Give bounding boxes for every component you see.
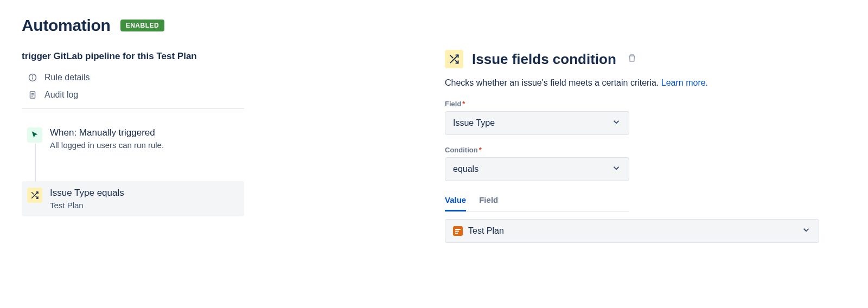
step-trigger-sub: All logged in users can run rule. bbox=[50, 140, 164, 150]
nav-audit-log-label: Audit log bbox=[44, 90, 78, 100]
condition-label: Condition* bbox=[445, 146, 846, 154]
condition-select[interactable]: equals bbox=[445, 157, 629, 181]
value-select[interactable]: Test Plan bbox=[445, 219, 819, 243]
value-tabs: Value Field bbox=[445, 192, 629, 211]
page-title: Automation bbox=[22, 16, 111, 35]
nav-rule-details[interactable]: Rule details bbox=[28, 73, 244, 82]
svg-rect-5 bbox=[455, 233, 458, 234]
panel-title: Issue fields condition bbox=[472, 51, 616, 68]
chevron-down-icon bbox=[801, 225, 811, 237]
issuetype-icon bbox=[453, 226, 463, 236]
svg-rect-4 bbox=[455, 231, 459, 232]
svg-point-1 bbox=[33, 75, 33, 76]
chevron-down-icon bbox=[611, 163, 621, 175]
cursor-icon bbox=[27, 127, 42, 143]
trash-icon[interactable] bbox=[627, 53, 637, 65]
field-label: Field* bbox=[445, 100, 846, 108]
step-condition-title: Issue Type equals bbox=[50, 188, 124, 198]
step-condition-sub: Test Plan bbox=[50, 201, 124, 210]
nav-audit-log[interactable]: Audit log bbox=[28, 90, 244, 100]
chevron-down-icon bbox=[611, 117, 621, 129]
learn-more-link[interactable]: Learn more. bbox=[661, 78, 708, 87]
info-icon bbox=[28, 73, 37, 82]
step-trigger-title: When: Manually triggered bbox=[50, 127, 164, 138]
document-icon bbox=[28, 91, 37, 99]
tab-field[interactable]: Field bbox=[479, 192, 498, 211]
divider bbox=[22, 108, 244, 109]
shuffle-icon bbox=[27, 188, 42, 203]
value-select-value: Test Plan bbox=[468, 226, 504, 236]
shuffle-icon bbox=[445, 50, 463, 68]
step-condition[interactable]: Issue Type equals Test Plan bbox=[22, 181, 244, 216]
step-trigger[interactable]: When: Manually triggered All logged in u… bbox=[22, 121, 244, 156]
svg-rect-3 bbox=[455, 229, 461, 230]
panel-description: Checks whether an issue's field meets a … bbox=[445, 78, 846, 88]
rule-name: trigger GitLab pipeline for this Test Pl… bbox=[22, 50, 217, 63]
condition-select-value: equals bbox=[453, 164, 478, 174]
field-select[interactable]: Issue Type bbox=[445, 111, 629, 135]
field-select-value: Issue Type bbox=[453, 118, 495, 128]
nav-rule-details-label: Rule details bbox=[44, 73, 90, 82]
status-badge-enabled: ENABLED bbox=[120, 20, 165, 31]
tab-value[interactable]: Value bbox=[445, 192, 466, 211]
